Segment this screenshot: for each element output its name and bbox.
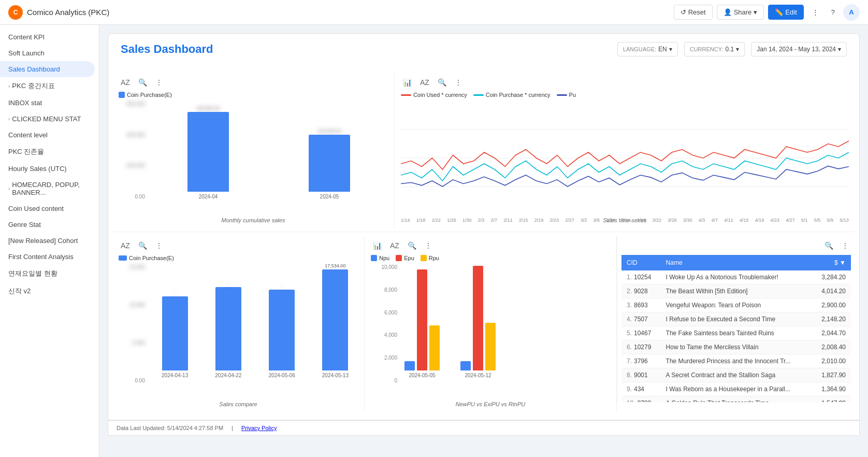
sidebar-item-5[interactable]: ›CLICKED MENU STAT xyxy=(0,111,95,127)
legend-coin-purchase-currency-line xyxy=(473,94,484,96)
monthly-sales-toolbar: AZ 🔍 ⋮ xyxy=(119,77,388,88)
sidebar-item-12[interactable]: [New Released] Cohort xyxy=(0,233,95,249)
sidebar-item-9[interactable]: ›HOMECARD, POPUP, BANNER... xyxy=(0,177,95,201)
currency-filter[interactable]: CURRENCY: 0.1 ▾ xyxy=(684,42,745,56)
monthly-sales-chart: 600,000 400,000 200,000 0.00 443,801.00 … xyxy=(119,101,388,215)
cell-value: 2,044.70 xyxy=(812,326,851,340)
compare-bars: ... 2024-04-13 ... 2024-04-22 ... xyxy=(119,264,358,378)
table-zoom-button[interactable]: 🔍 xyxy=(822,240,835,251)
sidebar-item-7[interactable]: PKC 진존율 xyxy=(0,143,95,161)
cell-name: A Secret Contract and the Stallion Saga xyxy=(661,368,813,382)
cell-cid: 8.9001 xyxy=(621,368,661,382)
timeseries-chart-icon-button[interactable]: 📊 xyxy=(401,77,414,88)
table-row: 4.7507 I Refuse to be Executed a Second … xyxy=(621,312,851,326)
legend-coin-purchase-dot xyxy=(119,92,125,98)
compare-az-button[interactable]: AZ xyxy=(119,240,132,251)
timeseries-az-button[interactable]: AZ xyxy=(418,77,431,88)
reset-button[interactable]: ↺ Reset xyxy=(674,5,713,20)
compare-bar-2 xyxy=(215,287,241,370)
currency-dropdown-icon: ▾ xyxy=(736,46,739,53)
cell-name: The Beast Within [5th Edition] xyxy=(661,284,813,298)
sidebar-item-4[interactable]: INBOX stat xyxy=(0,95,95,111)
more-options-button[interactable]: ⋮ xyxy=(808,5,823,19)
table-row: 10.9799 A Golden Rule That Transcends Ti… xyxy=(621,396,851,403)
help-icon: ? xyxy=(831,8,835,16)
sidebar-item-2[interactable]: Sales Dashboard xyxy=(0,61,95,77)
sidebar-item-label: Content level xyxy=(8,131,48,139)
compare-more-button[interactable]: ⋮ xyxy=(153,240,165,251)
sidebar-item-label: PKC 중간지표 xyxy=(12,81,54,91)
newpu-bar-npu-1 xyxy=(404,361,415,370)
logo-icon: C xyxy=(8,5,23,20)
cell-value: 2,148.20 xyxy=(812,312,851,326)
timeseries-more-button[interactable]: ⋮ xyxy=(453,77,464,88)
sidebar-item-0[interactable]: Content KPI xyxy=(0,29,95,45)
language-filter[interactable]: LANGUAGE: EN ▾ xyxy=(617,42,678,56)
table-more-button[interactable]: ⋮ xyxy=(840,240,851,251)
sidebar-item-11[interactable]: Genre Stat xyxy=(0,217,95,233)
compare-bar-group-2: ... 2024-04-22 xyxy=(206,281,251,378)
monthly-az-button[interactable]: AZ xyxy=(119,77,132,88)
cell-name: A Golden Rule That Transcends Time xyxy=(661,396,813,403)
legend-epu-dot xyxy=(396,255,402,261)
sidebar-item-label: Hourly Sales (UTC) xyxy=(8,165,67,173)
sidebar-item-label: Sales Dashboard xyxy=(8,65,60,73)
timeseries-legend: Coin Used * currency Coin Purchase * cur… xyxy=(401,92,849,98)
table-row: 9.434 I Was Reborn as a Housekeeper in a… xyxy=(621,382,851,396)
cell-name: The Murdered Princess and the Innocent T… xyxy=(661,354,813,368)
compare-zoom-button[interactable]: 🔍 xyxy=(136,240,149,251)
monthly-zoom-button[interactable]: 🔍 xyxy=(136,77,149,88)
sidebar-item-8[interactable]: Hourly Sales (UTC) xyxy=(0,161,95,177)
sidebar-item-15[interactable]: 신작 v2 xyxy=(0,282,95,300)
share-icon: 👤 xyxy=(724,8,732,16)
cell-cid: 6.10279 xyxy=(621,340,661,354)
legend-coin-purchase-currency: Coin Purchase * currency xyxy=(473,92,551,98)
date-range-filter[interactable]: Jan 14, 2024 - May 13, 2024 ▾ xyxy=(751,42,847,56)
newpu-chart-icon-button[interactable]: 📊 xyxy=(371,240,384,251)
sidebar-item-label: 연재요일별 현황 xyxy=(8,269,57,278)
legend-npu-dot xyxy=(371,255,377,261)
sidebar-item-6[interactable]: Content level xyxy=(0,127,95,143)
sidebar-item-label: CLICKED MENU STAT xyxy=(12,115,81,123)
cell-cid: 9.434 xyxy=(621,382,661,396)
last-updated-text: Data Last Updated: 5/14/2024 4:27:58 PM xyxy=(117,425,223,431)
sidebar-item-label: Content KPI xyxy=(8,33,45,41)
newpu-zoom-button[interactable]: 🔍 xyxy=(406,240,418,251)
compare-legend-dot xyxy=(119,255,127,261)
sidebar-item-label: 신작 v2 xyxy=(8,287,31,296)
privacy-policy-link[interactable]: Privacy Policy xyxy=(241,425,277,431)
help-button[interactable]: ? xyxy=(827,5,839,19)
timeseries-toolbar: 📊 AZ 🔍 ⋮ xyxy=(401,77,849,88)
monthly-sales-panel: AZ 🔍 ⋮ Coin Purchase(E) 600,000 400 xyxy=(112,73,395,227)
share-button[interactable]: 👤 Share ▾ xyxy=(717,5,764,20)
col-header-name: Name xyxy=(661,255,813,270)
user-avatar[interactable]: A xyxy=(843,4,860,21)
app-title: Comico Analytics (PKC) xyxy=(27,8,109,17)
cell-cid: 2.9028 xyxy=(621,284,661,298)
dashboard-footer: Data Last Updated: 5/14/2024 4:27:58 PM … xyxy=(108,420,860,436)
bar-group-apr: 443,801.00 2024-04 xyxy=(150,106,267,199)
newpu-bar-rpu-2 xyxy=(485,323,496,370)
table-row: 2.9028 The Beast Within [5th Edition] 4,… xyxy=(621,284,851,298)
monthly-more-button[interactable]: ⋮ xyxy=(153,77,165,88)
topnav-actions: ↺ Reset 👤 Share ▾ ✏️ Edit ⋮ ? A xyxy=(674,4,860,21)
timeseries-x-axis: 1/141/181/221/261/30 2/32/72/112/152/19 … xyxy=(401,218,849,223)
timeseries-zoom-button[interactable]: 🔍 xyxy=(436,77,449,88)
reset-icon: ↺ xyxy=(681,8,686,16)
newpu-more-button[interactable]: ⋮ xyxy=(423,240,434,251)
sidebar-item-14[interactable]: 연재요일별 현황 xyxy=(0,265,95,282)
layout: Content KPISoft LaunchSales Dashboard›PK… xyxy=(0,25,868,457)
sidebar-item-13[interactable]: First Content Analysis xyxy=(0,249,95,265)
sidebar-item-3[interactable]: ›PKC 중간지표 xyxy=(0,77,95,95)
newpu-chart: 10,000 8,000 6,000 4,000 2,000 0 xyxy=(371,264,610,399)
charts-area: AZ 🔍 ⋮ Coin Purchase(E) 600,000 400 xyxy=(108,65,860,420)
bar-may xyxy=(309,135,350,192)
cell-value: 1,547.90 xyxy=(812,396,851,403)
sidebar-item-10[interactable]: Coin Used content xyxy=(0,201,95,217)
sales-compare-panel: AZ 🔍 ⋮ Coin Purchase(E) 15,000 10,0 xyxy=(112,236,365,411)
edit-button[interactable]: ✏️ Edit xyxy=(768,5,803,20)
cell-cid: 7.3796 xyxy=(621,354,661,368)
sidebar-item-1[interactable]: Soft Launch xyxy=(0,45,95,61)
newpu-az-button[interactable]: AZ xyxy=(388,240,401,251)
cell-name: I Was Reborn as a Housekeeper in a Paral… xyxy=(661,382,813,396)
